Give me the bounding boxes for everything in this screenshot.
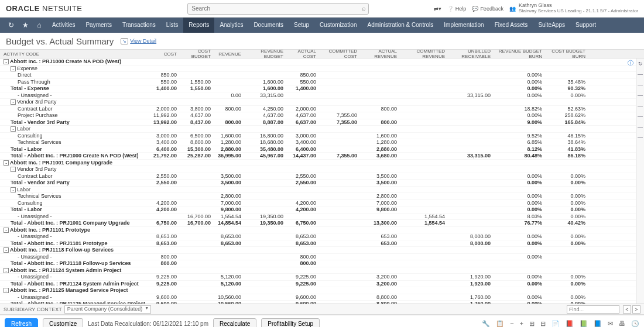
rail-dash4-icon[interactable]: — bbox=[638, 103, 643, 109]
rail-refresh-icon[interactable]: ↻ bbox=[638, 61, 643, 67]
connector-icon[interactable]: ⇄▾ bbox=[434, 6, 441, 12]
table-row[interactable]: - Unassigned -0.0033,315.0033,315.000.00… bbox=[0, 92, 644, 99]
nav-activities[interactable]: Activities bbox=[47, 18, 80, 33]
row-toggle-icon[interactable]: - bbox=[4, 160, 9, 166]
nav-administration-controls[interactable]: Administration & Controls bbox=[362, 18, 439, 33]
tool-icon-csv[interactable]: 📄 bbox=[551, 320, 560, 327]
col-revenue[interactable]: REVENUE bbox=[214, 51, 245, 57]
row-toggle-icon[interactable]: - bbox=[11, 99, 16, 105]
table-row[interactable]: Project Purchase11,992.004,637.004,637.0… bbox=[0, 112, 644, 119]
subsidiary-select[interactable]: Parent Company (Consolidated) bbox=[64, 305, 152, 314]
table-row[interactable]: -Labor bbox=[0, 126, 644, 133]
table-row[interactable]: -Expense bbox=[0, 66, 644, 73]
table-row[interactable]: -Abbott Inc. : PRJ1101 Prototype bbox=[0, 227, 644, 234]
table-row[interactable]: -Abbott Inc. : PRJ1124 System Admin Proj… bbox=[0, 267, 644, 274]
table-row[interactable]: Total - Vendor 3rd Party13,992.008,437.0… bbox=[0, 119, 644, 126]
table-row[interactable]: Technical Services2,800.002,800.000.00%0… bbox=[0, 193, 644, 200]
rail-dash6-icon[interactable]: — bbox=[638, 124, 643, 130]
customize-button[interactable]: Customize bbox=[43, 318, 83, 327]
table-row[interactable]: Pass Through550.001,550.001,600.00550.00… bbox=[0, 79, 644, 86]
help-link[interactable]: ❔ Help bbox=[447, 6, 467, 12]
tool-icon-pdf[interactable]: 📕 bbox=[566, 320, 574, 327]
table-row[interactable]: -Labor bbox=[0, 187, 644, 194]
col-committed-revenue[interactable]: COMMITTED REVENUE bbox=[400, 49, 448, 59]
table-row[interactable]: Total - Labor4,200.009,800.004,200.009,8… bbox=[0, 206, 644, 214]
table-row[interactable]: Technical Services3,400.008,800.001,280.… bbox=[0, 139, 644, 146]
table-row[interactable]: Total - Abbott Inc. : PRJ1118 Follow-up … bbox=[0, 260, 644, 267]
table-row[interactable]: Total - Abbott Inc. : PRJ1124 System Adm… bbox=[0, 281, 644, 288]
tool-icon-1[interactable]: 🔧 bbox=[482, 320, 490, 327]
row-toggle-icon[interactable]: - bbox=[11, 66, 16, 71]
table-row[interactable]: -Vendor 3rd Party bbox=[0, 166, 644, 173]
refresh-button[interactable]: Refresh bbox=[5, 318, 38, 327]
rail-dash3-icon[interactable]: — bbox=[638, 92, 643, 98]
find-input[interactable] bbox=[567, 305, 619, 314]
col-cost-budget[interactable]: COST BUDGET bbox=[180, 49, 214, 59]
col-actual-revenue[interactable]: ACTUAL REVENUE bbox=[361, 49, 400, 59]
recalculate-button[interactable]: Recalculate bbox=[213, 318, 256, 327]
tool-icon-clipboard[interactable]: 📋 bbox=[496, 320, 504, 327]
row-toggle-icon[interactable]: - bbox=[11, 167, 16, 172]
nav-documents[interactable]: Documents bbox=[248, 18, 289, 33]
user-menu[interactable]: 👥 Kathryn Glass Stairway Services US Lea… bbox=[509, 3, 638, 14]
table-row[interactable]: - Unassigned -9,600.0010,560.009,600.008… bbox=[0, 294, 644, 301]
table-row[interactable]: Contract Labor2,550.003,500.002,550.003,… bbox=[0, 173, 644, 180]
rail-dash7-icon[interactable]: — bbox=[638, 135, 643, 140]
row-toggle-icon[interactable]: - bbox=[4, 247, 9, 253]
nav-fixed-assets[interactable]: Fixed Assets bbox=[489, 18, 533, 33]
table-row[interactable]: -Abbott Inc. : PRJ1001 Company Upgrade bbox=[0, 160, 644, 167]
nav-analytics[interactable]: Analytics bbox=[214, 18, 248, 33]
find-next-icon[interactable]: > bbox=[632, 305, 640, 314]
col-activity-code[interactable]: ACTIVITY CODE bbox=[0, 51, 152, 57]
table-row[interactable]: Total - Abbott Inc. : PRJ1000 Create NA … bbox=[0, 153, 644, 160]
col-cost-budget-burn[interactable]: COST BUDGET BURN bbox=[546, 49, 589, 59]
nav-implementation[interactable]: Implementation bbox=[439, 18, 489, 33]
nav-support[interactable]: Support bbox=[570, 18, 601, 33]
col-actual-cost[interactable]: ACTUAL COST bbox=[287, 49, 320, 59]
table-row[interactable]: - Unassigned -16,700.001,554.5419,350.00… bbox=[0, 214, 644, 221]
table-row[interactable]: Total - Abbott Inc. : PRJ1101 Prototype8… bbox=[0, 240, 644, 247]
table-row[interactable]: Total - Abbott Inc. : PRJ1001 Company Up… bbox=[0, 220, 644, 227]
nav-back-icon[interactable]: ↻ bbox=[5, 21, 18, 29]
feedback-link[interactable]: 💬 Feedback bbox=[472, 6, 503, 12]
rail-dash-icon[interactable]: — bbox=[638, 71, 643, 77]
row-toggle-icon[interactable]: - bbox=[11, 187, 16, 192]
row-toggle-icon[interactable]: - bbox=[4, 288, 9, 293]
profitability-setup-button[interactable]: Profitability Setup bbox=[261, 318, 320, 327]
col-revenue-budget-burn[interactable]: REVENUE BUDGET BURN bbox=[494, 49, 546, 59]
table-row[interactable]: -Vendor 3rd Party bbox=[0, 99, 644, 106]
table-row[interactable]: -Abbott Inc. : PRJ1125 Managed Service P… bbox=[0, 287, 644, 294]
tool-icon-schedule[interactable]: 🕓 bbox=[631, 320, 639, 327]
table-row[interactable]: Direct850.00850.000.00% bbox=[0, 72, 644, 79]
tool-icon-doc[interactable]: 📘 bbox=[594, 320, 602, 327]
nav-lists[interactable]: Lists bbox=[161, 18, 184, 33]
table-row[interactable]: Consulting3,000.006,500.001,600.0016,800… bbox=[0, 133, 644, 140]
info-icon[interactable]: ⓘ bbox=[628, 59, 633, 67]
rail-dash5-icon[interactable]: — bbox=[638, 113, 643, 119]
rail-dash2-icon[interactable]: — bbox=[638, 82, 643, 88]
row-toggle-icon[interactable]: - bbox=[4, 59, 9, 64]
nav-setup[interactable]: Setup bbox=[289, 18, 314, 33]
table-row[interactable]: Consulting4,200.007,000.004,200.007,000.… bbox=[0, 200, 644, 207]
nav-star-icon[interactable]: ★ bbox=[19, 21, 32, 29]
table-row[interactable]: Total - Abbott Inc. : PRJ1125 Managed Se… bbox=[0, 301, 644, 304]
nav-home-icon[interactable]: ⌂ bbox=[33, 21, 46, 29]
search-icon[interactable]: ⌕ bbox=[362, 5, 366, 12]
tool-icon-zoom-in[interactable]: + bbox=[520, 320, 523, 327]
col-committed-cost[interactable]: COMMITTED COST bbox=[320, 49, 361, 59]
tool-icon-zoom-out[interactable]: − bbox=[510, 320, 513, 327]
view-detail-link[interactable]: ↘ View Detail bbox=[121, 38, 156, 44]
col-unbilled-receivable[interactable]: UNBILLED RECEIVABLE bbox=[448, 49, 494, 59]
table-row[interactable]: - Unassigned -800.00800.000.00% bbox=[0, 254, 644, 261]
nav-customization[interactable]: Customization bbox=[314, 18, 362, 33]
table-row[interactable]: Total - Vendor 3rd Party2,550.003,500.00… bbox=[0, 180, 644, 187]
table-row[interactable]: Total - Labor6,400.0015,300.002,880.0035… bbox=[0, 146, 644, 153]
table-row[interactable]: - Unassigned -8,653.008,653.008,653.0065… bbox=[0, 233, 644, 240]
nav-payments[interactable]: Payments bbox=[80, 18, 117, 33]
table-row[interactable]: Contract Labor2,000.003,800.00800.004,25… bbox=[0, 106, 644, 113]
table-row[interactable]: Total - Expense1,400.001,550.001,600.001… bbox=[0, 85, 644, 92]
row-toggle-icon[interactable]: - bbox=[11, 126, 16, 132]
row-toggle-icon[interactable]: - bbox=[4, 268, 9, 273]
table-row[interactable]: -Abbott Inc. : PRJ1118 Follow-up Service… bbox=[0, 247, 644, 254]
tool-icon-email[interactable]: ✉ bbox=[608, 320, 613, 327]
